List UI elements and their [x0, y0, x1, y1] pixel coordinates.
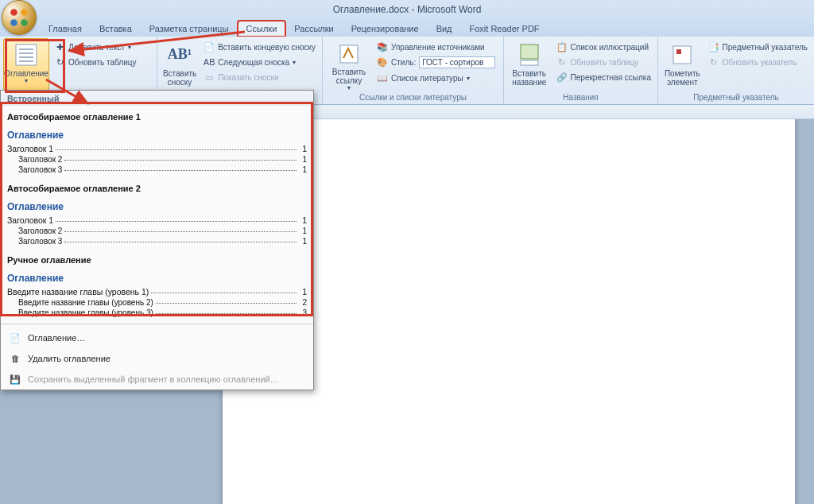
add-text-button[interactable]: ✚Добавить текст — [51, 40, 140, 54]
refresh-icon: ↻ — [556, 56, 568, 68]
gallery-item-auto1[interactable]: Автособираемое оглавление 1 Оглавление З… — [1, 106, 313, 177]
tab-foxit[interactable]: Foxit Reader PDF — [461, 21, 548, 37]
svg-point-1 — [21, 9, 28, 16]
menu-remove-toc[interactable]: 🗑Удалить оглавление — [1, 348, 313, 369]
bibliography-button[interactable]: 📖Список литературы — [374, 71, 498, 85]
update-index-button[interactable]: ↻Обновить указатель — [705, 55, 811, 69]
svg-rect-12 — [673, 46, 691, 64]
quick-access-toolbar — [40, 2, 54, 17]
gallery-item-name: Автособираемое оглавление 1 — [7, 107, 307, 125]
citation-icon — [336, 42, 362, 66]
plus-icon: ✚ — [54, 41, 65, 52]
svg-point-2 — [10, 19, 17, 26]
office-button[interactable] — [2, 0, 37, 35]
tab-review[interactable]: Рецензирование — [343, 21, 428, 37]
insert-index-button[interactable]: 📑Предметный указатель — [705, 40, 811, 54]
citation-style: 🎨Стиль: — [374, 55, 498, 70]
footnote-icon: AB¹ — [167, 42, 192, 68]
separator — [1, 324, 313, 324]
endnote-icon: 📄 — [204, 41, 215, 52]
toc-button[interactable]: Оглавление ▼ — [3, 38, 49, 91]
gallery-item-auto2[interactable]: Автособираемое оглавление 2 Оглавление З… — [1, 177, 313, 249]
tab-mailings[interactable]: Рассылки — [285, 21, 342, 37]
refresh-icon: ↻ — [708, 56, 719, 68]
style-icon: 🎨 — [377, 57, 388, 68]
refresh-icon: ↻ — [54, 56, 65, 68]
insert-footnote-label: Вставить сноску — [161, 69, 198, 87]
window-title: Оглавление.docx - Microsoft Word — [333, 4, 482, 15]
toc-title: Оглавление — [7, 273, 307, 284]
toc-row: Введите название главы (уровень 2)2 — [7, 298, 307, 307]
list-icon: 📋 — [556, 41, 568, 52]
menu-save-selection: 💾Сохранить выделенный фрагмент в коллекц… — [1, 369, 313, 390]
update-toc-button[interactable]: ↻Обновить таблицу — [51, 55, 140, 69]
sources-icon: 📚 — [377, 41, 388, 52]
toc-row: Заголовок 21 — [7, 227, 307, 235]
qat-save-icon[interactable] — [40, 2, 54, 17]
manage-sources-button[interactable]: 📚Управление источниками — [374, 40, 498, 54]
citation-style-select[interactable] — [419, 56, 495, 68]
next-footnote-button[interactable]: ABСледующая сноска — [200, 55, 319, 69]
group-label-index: Предметный указатель — [661, 93, 811, 103]
svg-rect-10 — [521, 45, 538, 59]
toc-row: Введите название главы (уровень 1)1 — [7, 287, 307, 297]
crossref-icon: 🔗 — [556, 72, 568, 83]
svg-rect-9 — [340, 45, 358, 63]
group-label-citations: Ссылки и списки литературы — [326, 93, 500, 103]
insert-footnote-button[interactable]: AB¹ Вставить сноску — [161, 38, 199, 91]
svg-point-0 — [10, 9, 17, 16]
remove-icon: 🗑 — [9, 352, 21, 365]
toc-row: Введите название главы (уровень 3)3 — [7, 308, 307, 317]
save-icon: 💾 — [9, 373, 21, 386]
gallery-builtin-header: Встроенный — [1, 91, 313, 106]
insert-citation-label: Вставить ссылку — [327, 68, 371, 85]
toc-title: Оглавление — [7, 130, 307, 141]
insert-endnote-button[interactable]: 📄Вставить концевую сноску — [200, 40, 319, 54]
group-citations: Вставить ссылку ▼ 📚Управление источникам… — [323, 37, 504, 104]
dropdown-arrow-icon: ▼ — [24, 78, 29, 84]
svg-rect-11 — [521, 60, 538, 65]
toc-dialog-icon: 📄 — [9, 331, 21, 344]
biblio-icon: 📖 — [377, 72, 388, 83]
update-captions-button[interactable]: ↻Обновить таблицу — [553, 55, 654, 69]
insert-caption-button[interactable]: Вставить название — [507, 38, 552, 91]
toc-row: Заголовок 11 — [7, 144, 307, 153]
gallery-item-name: Автособираемое оглавление 2 — [7, 179, 307, 196]
menu-insert-toc[interactable]: 📄Оглавление… — [1, 328, 313, 348]
tab-insert[interactable]: Вставка — [91, 21, 141, 37]
insert-caption-label: Вставить название — [508, 69, 551, 87]
insert-citation-button[interactable]: Вставить ссылку ▼ — [326, 38, 372, 91]
gallery-item-manual[interactable]: Ручное оглавление Оглавление Введите наз… — [1, 249, 313, 320]
toc-row: Заголовок 11 — [7, 215, 307, 225]
tab-view[interactable]: Вид — [428, 21, 461, 37]
tab-page-layout[interactable]: Разметка страницы — [141, 21, 238, 37]
show-icon: ▭ — [204, 72, 215, 83]
svg-rect-4 — [16, 45, 37, 65]
mark-entry-button[interactable]: Пометить элемент — [661, 38, 704, 91]
index-icon: 📑 — [708, 41, 719, 52]
toc-gallery: Встроенный Автособираемое оглавление 1 О… — [0, 90, 314, 390]
toc-title: Оглавление — [7, 201, 307, 212]
gallery-item-name: Ручное оглавление — [7, 250, 307, 268]
toc-row: Заголовок 31 — [7, 237, 307, 246]
group-index: Пометить элемент 📑Предметный указатель ↻… — [658, 37, 814, 104]
title-bar: Оглавление.docx - Microsoft Word — [0, 0, 814, 19]
tab-home[interactable]: Главная — [40, 21, 91, 37]
toc-icon — [14, 42, 39, 68]
toc-button-label: Оглавление — [4, 69, 48, 78]
group-captions: Вставить название 📋Список иллюстраций ↻О… — [504, 37, 658, 104]
mark-entry-label: Пометить элемент — [662, 69, 703, 87]
list-figures-button[interactable]: 📋Список иллюстраций — [553, 40, 654, 54]
show-footnotes-button[interactable]: ▭Показать сноски — [200, 70, 319, 84]
ribbon-tabstrip: Главная Вставка Разметка страницы Ссылки… — [0, 19, 814, 37]
caption-icon — [517, 42, 542, 68]
toc-row: Заголовок 21 — [7, 155, 307, 164]
group-label-captions: Названия — [507, 93, 654, 103]
toc-row: Заголовок 31 — [7, 165, 307, 174]
mark-icon — [669, 42, 695, 68]
dropdown-arrow-icon: ▼ — [347, 85, 352, 91]
cross-reference-button[interactable]: 🔗Перекрестная ссылка — [553, 70, 654, 84]
svg-rect-13 — [676, 49, 681, 54]
tab-references[interactable]: Ссылки — [238, 21, 286, 37]
next-icon: AB — [204, 56, 215, 68]
